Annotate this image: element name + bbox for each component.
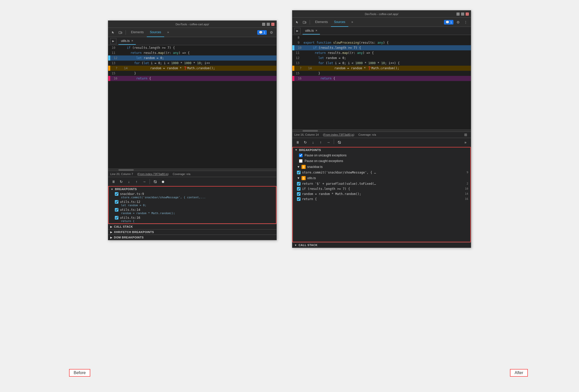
status-link[interactable]: From index-73f73a80.js bbox=[138, 172, 168, 176]
status-line-col: Line 20, Column 7 bbox=[110, 172, 133, 176]
r-cursor-icon[interactable] bbox=[294, 19, 300, 25]
code-line-10: 10 if (results.length >= 7) { bbox=[108, 45, 276, 50]
code-line-12: 12 let random = 0; bbox=[108, 55, 276, 61]
r-pause-btn[interactable]: ⏸ bbox=[294, 139, 301, 146]
left-title: DevTools - coffee-cart.app/ bbox=[175, 23, 209, 26]
call-stack-header-left[interactable]: ▶ Call Stack bbox=[108, 224, 276, 229]
step-btn[interactable]: → bbox=[141, 178, 148, 185]
minimize-btn[interactable]: ─ bbox=[262, 23, 265, 26]
right-titlebar-controls: ─ □ ✕ bbox=[456, 13, 469, 16]
r-step-btn[interactable]: → bbox=[325, 139, 332, 146]
xhr-header-left[interactable]: ▶ XHR/fetch Breakpoints bbox=[108, 229, 276, 235]
call-stack-header-right[interactable]: ▼ Call Stack bbox=[292, 243, 471, 248]
right-toolbar-right: 💬 1 ⚙ ⋮ bbox=[444, 19, 469, 25]
left-tab-bar: Elements Sources » bbox=[128, 28, 256, 37]
utils-bp-cb-2[interactable] bbox=[297, 187, 300, 191]
utils-bp-cb-4[interactable] bbox=[297, 197, 300, 201]
bp-item-utils12: utils.ts:12 let random = 0; bbox=[109, 200, 276, 207]
bp-checkbox-snackbar[interactable] bbox=[115, 192, 118, 196]
sidebar-toggle-right[interactable]: ▶ bbox=[294, 28, 300, 34]
settings-icon[interactable]: ⚙ bbox=[268, 29, 274, 36]
code-line-13: 13 for (let i = 0; i < 1000 * 1000 * 10;… bbox=[108, 61, 276, 66]
r-step-out-btn[interactable]: ↑ bbox=[317, 139, 324, 146]
r-tab-elements[interactable]: Elements bbox=[312, 18, 331, 27]
snackbar-group-header[interactable]: ▼ {} snackbar.ts bbox=[293, 164, 470, 170]
r-step-into-btn[interactable]: ↓ bbox=[310, 139, 316, 146]
tab-sources[interactable]: Sources bbox=[147, 28, 164, 37]
utils-bp-cb-1[interactable] bbox=[297, 182, 300, 186]
stop-btn[interactable]: ⏺ bbox=[160, 178, 166, 185]
r-code-line-16: 16 return { bbox=[292, 76, 471, 81]
svg-rect-5 bbox=[305, 22, 306, 23]
file-tab-close-right[interactable]: ✕ bbox=[315, 29, 317, 32]
r-expand-icon[interactable]: ⊞ bbox=[463, 132, 469, 138]
step-into-btn[interactable]: ↓ bbox=[126, 178, 132, 185]
r-settings-icon[interactable]: ⚙ bbox=[455, 19, 461, 25]
code-line-15: 15 } bbox=[108, 71, 276, 76]
close-btn[interactable]: ✕ bbox=[271, 23, 274, 26]
step-out-btn[interactable]: ↑ bbox=[133, 178, 140, 185]
right-status-bar: Line 16, Column 14 (From index-73f73a80.… bbox=[292, 132, 471, 138]
file-tab-utils-left[interactable]: utils.ts ✕ bbox=[118, 38, 136, 45]
dom-header-left[interactable]: ▶ DOM Breakpoints bbox=[108, 235, 276, 240]
h-scrollbar-right[interactable] bbox=[292, 130, 471, 132]
r-code-line-11: 11 return results.map((r: any) => { bbox=[292, 50, 471, 55]
left-devtools-panel: DevTools - coffee-cart.app/ ─ □ ✕ Elemen… bbox=[108, 20, 277, 240]
breakpoints-header-left[interactable]: ▼ Breakpoints bbox=[109, 187, 276, 192]
r-tab-more[interactable]: » bbox=[348, 18, 356, 27]
tab-more[interactable]: » bbox=[164, 28, 172, 37]
r-minimize-btn[interactable]: ─ bbox=[456, 13, 460, 16]
status-coverage: Coverage: n/a bbox=[173, 172, 190, 176]
cursor-icon[interactable] bbox=[110, 29, 116, 36]
breakpoints-section-left: ▼ Breakpoints snackbar.ts:9 store.commit… bbox=[108, 186, 276, 224]
debug-sep bbox=[150, 179, 150, 184]
comment-badge-right[interactable]: 💬 1 bbox=[444, 20, 453, 25]
breakpoints-header-right[interactable]: ▼ Breakpoints bbox=[293, 147, 470, 153]
toolbar-sep-1 bbox=[126, 30, 126, 35]
pause-btn[interactable]: ⏸ bbox=[110, 178, 117, 185]
snackbar-bp-cb-1[interactable] bbox=[297, 171, 300, 174]
r-code-line-15: 15 } bbox=[292, 71, 471, 76]
right-code-editor[interactable]: 8 9 export function slowProcessing(resul… bbox=[292, 35, 471, 130]
chevron-down: ▼ bbox=[111, 188, 113, 191]
r-chevron-down: ▼ bbox=[295, 148, 297, 151]
r-deactivate-btn[interactable] bbox=[336, 139, 343, 146]
comment-badge-left[interactable]: 💬 1 bbox=[257, 30, 267, 35]
chevron-right-call: ▶ bbox=[110, 225, 113, 228]
step-over-btn[interactable]: ↻ bbox=[118, 178, 125, 185]
r-more-icon[interactable]: ⋮ bbox=[463, 19, 469, 25]
restore-btn[interactable]: □ bbox=[267, 23, 270, 26]
r-restore-btn[interactable]: □ bbox=[461, 13, 464, 16]
left-code-editor[interactable]: 10 if (results.length >= 7) { 11 return … bbox=[108, 45, 276, 169]
tab-elements[interactable]: Elements bbox=[128, 28, 147, 37]
code-line-14: ? 14 random = random * ❓Math.◻random(); bbox=[108, 66, 276, 71]
bp-checkbox-utils14[interactable] bbox=[115, 208, 118, 212]
bp-item-snackbar: snackbar.ts:9 store.commit('snackbar/sho… bbox=[109, 192, 276, 200]
file-tab-utils-right[interactable]: utils.ts ✕ bbox=[303, 27, 320, 34]
deactivate-btn[interactable] bbox=[152, 178, 159, 185]
utils-bp-cb-3[interactable] bbox=[297, 192, 300, 196]
code-line-16: 16 return { bbox=[108, 76, 276, 81]
right-titlebar: DevTools - coffee-cart.app/ ─ □ ✕ bbox=[292, 10, 471, 18]
r-device-icon[interactable] bbox=[302, 19, 308, 25]
bp-checkbox-utils16[interactable] bbox=[115, 216, 118, 220]
r-status-link[interactable]: From index-73f73a80.js bbox=[324, 133, 353, 136]
snackbar-bp-1: store.commit('snackbar/showMessage', { …… bbox=[293, 170, 470, 175]
r-status-line-col: Line 16, Column 14 bbox=[294, 133, 319, 136]
bp-item-utils16: utils.ts:16 return { bbox=[109, 215, 276, 223]
pause-uncaught-checkbox[interactable] bbox=[299, 154, 303, 157]
r-more-debug[interactable]: » bbox=[462, 139, 469, 146]
bp-checkbox-utils12[interactable] bbox=[115, 200, 118, 204]
pause-caught-row: Pause on caught exceptions bbox=[293, 158, 470, 164]
utils-group-header[interactable]: ▼ {} utils.ts bbox=[293, 175, 470, 181]
pause-caught-checkbox[interactable] bbox=[299, 159, 303, 163]
r-tab-sources[interactable]: Sources bbox=[331, 18, 348, 27]
r-toolbar-sep bbox=[310, 20, 310, 25]
h-scrollbar-left[interactable] bbox=[108, 169, 276, 171]
sidebar-toggle-left[interactable]: ▶ bbox=[110, 38, 116, 44]
device-icon[interactable] bbox=[117, 29, 124, 36]
r-step-over-btn[interactable]: ↻ bbox=[302, 139, 309, 146]
file-tab-close-left[interactable]: ✕ bbox=[131, 39, 133, 42]
r-close-btn[interactable]: ✕ bbox=[466, 13, 469, 16]
after-label: After bbox=[510, 369, 528, 377]
